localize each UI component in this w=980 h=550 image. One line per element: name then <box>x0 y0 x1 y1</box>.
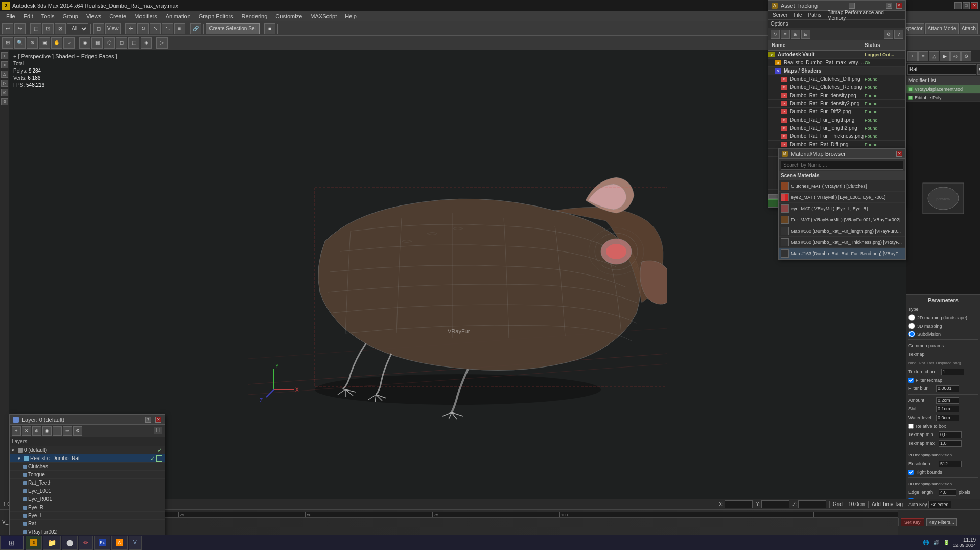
selected-dropdown[interactable]: Selected <box>928 501 951 508</box>
asset-tracking-close[interactable]: ✕ <box>896 3 902 9</box>
mat-item-2[interactable]: eye_MAT ( VRayMtl ) [Eye_L, Eye_R] <box>779 203 905 214</box>
render-btn[interactable]: ▷ <box>156 37 168 49</box>
command-panel-utilities[interactable]: ⚙ <box>1 98 8 105</box>
selection-filter[interactable]: All <box>67 23 88 34</box>
layer-row-3[interactable]: Tongue <box>10 471 165 479</box>
tray-volume[interactable]: 🔊 <box>932 539 940 546</box>
water-level-input[interactable] <box>936 415 959 421</box>
menu-help[interactable]: Help <box>341 12 361 20</box>
align-tool[interactable]: ≡ <box>174 23 185 34</box>
layer-row-9[interactable]: Rat <box>10 520 165 528</box>
material-browser-search-input[interactable] <box>781 161 903 170</box>
create-selection-button[interactable]: Create Selection Sel <box>206 23 260 34</box>
menu-rendering[interactable]: Rendering <box>238 12 272 20</box>
attach-mode[interactable]: Attach Mode <box>925 23 958 34</box>
layers-move-btn[interactable]: → <box>53 426 62 436</box>
command-panel-display[interactable]: ◎ <box>1 89 8 96</box>
taskbar-vray[interactable]: V <box>129 536 142 550</box>
command-panel-create[interactable]: + <box>1 52 8 59</box>
layer-row-7[interactable]: Eye_R <box>10 503 165 512</box>
tray-battery[interactable]: 🔋 <box>943 539 950 546</box>
asset-row-9[interactable]: P Dumbo_Rat_Fur_length2.png Found <box>768 124 905 132</box>
filter-texmap-cb[interactable] <box>908 378 914 383</box>
type-2d-radio[interactable] <box>908 314 915 321</box>
modify-panel-btn[interactable]: ≡ <box>918 51 928 61</box>
layers-h-btn[interactable]: H <box>154 427 162 434</box>
layers-title-bar[interactable]: Layer: 0 (default) ? ✕ <box>10 415 165 425</box>
util-panel-btn[interactable]: ⚙ <box>961 51 971 61</box>
command-panel-hierarchy[interactable]: △ <box>1 71 8 78</box>
mat-item-4[interactable]: Map #160 (Dumbo_Rat_Fur_length.png) [VRa… <box>779 225 905 237</box>
at-grid-btn[interactable]: ⊟ <box>801 30 810 39</box>
layer-row-0[interactable]: ▾ 0 (default) ✓ <box>10 446 165 454</box>
at-refresh-btn[interactable]: ↻ <box>771 30 780 39</box>
relative-to-bbox-cb[interactable] <box>908 424 914 429</box>
display-panel-btn[interactable]: ◎ <box>950 51 961 61</box>
link-tool[interactable]: 🔗 <box>190 23 201 34</box>
menu-create[interactable]: Create <box>105 12 130 20</box>
zoom-region[interactable]: ▣ <box>39 37 50 49</box>
select-none[interactable]: ⊡ <box>42 23 54 34</box>
hierarchy-panel-btn[interactable]: △ <box>929 51 939 61</box>
texmap-min-input[interactable] <box>939 431 962 438</box>
asset-row-7[interactable]: P Dumbo_Rat_Fur_Diff2.png Found <box>768 108 905 116</box>
named-sel[interactable]: ■ <box>264 23 275 34</box>
type-3d-radio[interactable] <box>908 323 915 329</box>
select-all[interactable]: ⬚ <box>30 23 41 34</box>
material-browser-close[interactable]: ✕ <box>896 151 902 157</box>
wireframe[interactable]: ⬡ <box>104 37 115 49</box>
taskbar-explorer[interactable]: 📁 <box>43 536 61 550</box>
zoom-all[interactable]: ⊛ <box>27 37 38 49</box>
rotate-tool[interactable]: ↻ <box>137 23 149 34</box>
asset-row-4[interactable]: P Dumbo_Rat_Clutches_Refr.png Found <box>768 83 905 91</box>
mat-item-3[interactable]: Fur_MAT ( VRayHairMtl ) [VRayFur001, VRa… <box>779 214 905 225</box>
modifier-item-editable-poly[interactable]: Editable Poly <box>906 94 980 102</box>
layer-row-6[interactable]: Eye_R001 <box>10 495 165 503</box>
object-name-dropdown[interactable]: ▼ <box>977 64 980 75</box>
at-help-btn[interactable]: ? <box>894 30 903 39</box>
filter-blur-input[interactable] <box>936 385 959 392</box>
mat-item-5[interactable]: Map #160 (Dumbo_Rat_Fur_Thickness.png) [… <box>779 237 905 248</box>
motion-panel-btn[interactable]: ▶ <box>940 51 950 61</box>
at-menu-file[interactable]: File <box>791 12 804 18</box>
menu-file[interactable]: File <box>2 12 19 20</box>
mat-item-1[interactable]: eye2_MAT ( VRayMtl ) [Eye_L001, Eye_R001… <box>779 192 905 203</box>
layers-new-btn[interactable]: + <box>12 426 21 436</box>
zoom-btn[interactable]: 🔍 <box>14 37 26 49</box>
layer-row-5[interactable]: Eye_L001 <box>10 487 165 495</box>
at-menu-paths[interactable]: Paths <box>806 12 824 18</box>
shift-input[interactable] <box>936 406 959 413</box>
maximize-button[interactable]: □ <box>963 2 970 9</box>
layers-merge-btn[interactable]: ⇒ <box>63 426 72 436</box>
command-panel-modify[interactable]: ≡ <box>1 61 8 68</box>
tray-network[interactable]: 🌐 <box>922 539 929 546</box>
asset-tracking-minimize[interactable]: – <box>849 3 855 9</box>
at-expand-btn[interactable]: ⊞ <box>791 30 800 39</box>
add-time-tag[interactable]: Add Time Tag <box>872 501 903 507</box>
taskbar-3dsmax[interactable]: 3 <box>26 536 42 550</box>
layer-row-8[interactable]: Eye_L <box>10 512 165 520</box>
object-name-input[interactable] <box>907 64 976 75</box>
layer-row-1[interactable]: ▾ Realistic_Dumbo_Rat ✓ <box>10 454 165 463</box>
move-tool[interactable]: ✛ <box>125 23 136 34</box>
taskbar-chrome[interactable]: ⬤ <box>62 536 78 550</box>
menu-tools[interactable]: Tools <box>37 12 59 20</box>
asset-row-11[interactable]: P Dumbo_Rat_Rat_Diff.png Found <box>768 141 905 149</box>
pan-btn[interactable]: ✋ <box>51 37 62 49</box>
layer-sel-box-1[interactable] <box>156 455 162 462</box>
asset-row-8[interactable]: P Dumbo_Rat_Fur_length.png Found <box>768 116 905 124</box>
resolution-input[interactable] <box>939 461 962 467</box>
asset-row-vault[interactable]: V Autodesk Vault Logged Out... <box>768 51 905 59</box>
mat-item-6[interactable]: Map #163 (Dumbo_Rat_Rat_Fur_Bend.png) [V… <box>779 248 905 259</box>
menu-group[interactable]: Group <box>58 12 82 20</box>
layers-help[interactable]: ? <box>145 417 151 423</box>
texmap-max-input[interactable] <box>939 440 962 447</box>
layers-close[interactable]: ✕ <box>155 417 161 423</box>
edge-length-input[interactable] <box>939 489 956 496</box>
asset-row-5[interactable]: P Dumbo_Rat_Fur_density.png Found <box>768 91 905 100</box>
isolate-sel[interactable]: ◉ <box>79 37 90 49</box>
command-panel-motion[interactable]: ▷ <box>1 80 8 87</box>
timeline-track[interactable]: 0 25 50 75 100 |◀ ◀ ▶ ▶| ▶| <box>51 510 898 535</box>
z-input[interactable] <box>798 500 826 508</box>
scale-tool[interactable]: ⤡ <box>150 23 161 34</box>
